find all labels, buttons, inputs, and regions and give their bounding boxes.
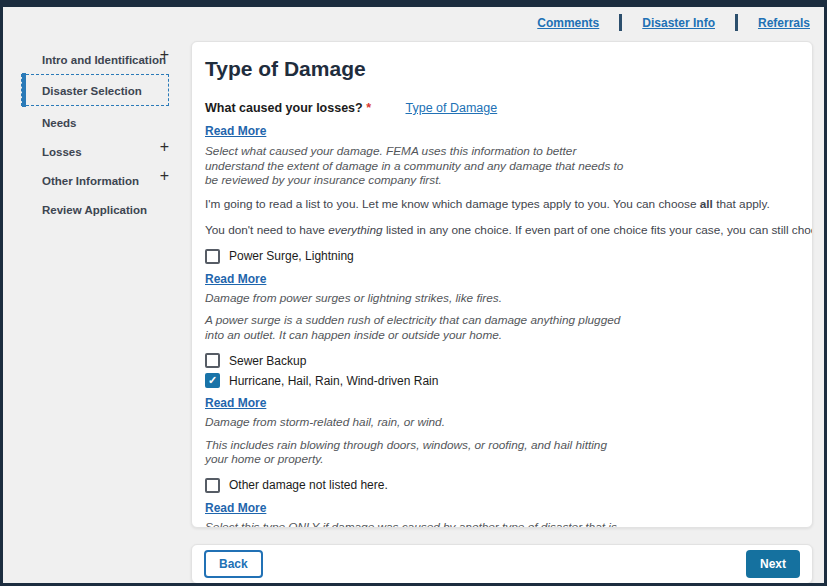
- instruction-text-1: I'm going to read a list to you. Let me …: [205, 197, 799, 211]
- sidebar-item-label: Needs: [42, 117, 77, 129]
- sidebar-item-label: Losses: [42, 146, 82, 158]
- option-description: Select this type ONLY if damage was caus…: [205, 520, 799, 529]
- separator: [735, 14, 738, 31]
- separator: [619, 14, 622, 31]
- option-description: A power surge is a sudden rush of electr…: [205, 313, 799, 342]
- checkbox-power-surge[interactable]: ✓: [205, 249, 220, 264]
- plus-icon[interactable]: +: [160, 168, 169, 184]
- option-label: Hurricane, Hail, Rain, Wind-driven Rain: [229, 374, 438, 388]
- damage-option-power-surge: ✓ Power Surge, Lightning Read More Damag…: [205, 249, 799, 343]
- sidebar: Intro and Identification + Disaster Sele…: [19, 45, 171, 224]
- referrals-link[interactable]: Referrals: [758, 16, 810, 30]
- damage-option-other: ✓ Other damage not listed here. Read Mor…: [205, 478, 799, 529]
- option-description: Damage from power surges or lightning st…: [205, 291, 799, 306]
- question-label: What caused your losses? *: [205, 101, 371, 115]
- next-button[interactable]: Next: [746, 550, 800, 578]
- plus-icon[interactable]: +: [160, 139, 169, 155]
- checkbox-hurricane[interactable]: ✓: [205, 373, 220, 388]
- sidebar-item-label: Intro and Identification: [42, 54, 166, 66]
- read-more-link[interactable]: Read More: [205, 124, 266, 138]
- sidebar-item-intro-and-identification[interactable]: Intro and Identification +: [19, 45, 171, 73]
- checkbox-row-sewer-backup[interactable]: ✓ Sewer Backup: [205, 353, 799, 368]
- read-more-link[interactable]: Read More: [205, 501, 266, 515]
- sidebar-item-label: Review Application: [42, 204, 147, 216]
- app-window: Comments Disaster Info Referrals Intro a…: [0, 0, 827, 586]
- sidebar-item-label: Disaster Selection: [42, 85, 142, 97]
- main-content-card: Type of Damage What caused your losses? …: [191, 41, 813, 528]
- sidebar-item-needs[interactable]: Needs: [19, 108, 171, 136]
- disaster-info-link[interactable]: Disaster Info: [642, 16, 715, 30]
- checkbox-other[interactable]: ✓: [205, 478, 220, 493]
- sidebar-item-review-application[interactable]: Review Application: [19, 195, 171, 223]
- damage-option-hurricane: ✓ Hurricane, Hail, Rain, Wind-driven Rai…: [205, 373, 799, 467]
- option-description: Damage from storm-related hail, rain, or…: [205, 415, 799, 430]
- sidebar-item-disaster-selection[interactable]: Disaster Selection: [21, 74, 169, 106]
- window-top-border: [3, 3, 824, 7]
- required-asterisk: *: [366, 101, 371, 115]
- option-label: Other damage not listed here.: [229, 478, 388, 492]
- checkbox-row-other[interactable]: ✓ Other damage not listed here.: [205, 478, 799, 493]
- checkbox-sewer-backup[interactable]: ✓: [205, 353, 220, 368]
- type-of-damage-link[interactable]: Type of Damage: [406, 101, 498, 115]
- option-description: This includes rain blowing through doors…: [205, 438, 799, 467]
- read-more-link[interactable]: Read More: [205, 272, 266, 286]
- question-row: What caused your losses? * Type of Damag…: [205, 98, 799, 116]
- checkbox-row-power-surge[interactable]: ✓ Power Surge, Lightning: [205, 249, 799, 264]
- header-nav: Comments Disaster Info Referrals: [537, 14, 810, 31]
- comments-link[interactable]: Comments: [537, 16, 599, 30]
- checkbox-row-hurricane[interactable]: ✓ Hurricane, Hail, Rain, Wind-driven Rai…: [205, 373, 799, 388]
- damage-option-sewer-backup: ✓ Sewer Backup: [205, 353, 799, 368]
- option-label: Power Surge, Lightning: [229, 249, 354, 263]
- active-indicator: [22, 73, 26, 107]
- sidebar-item-label: Other Information: [42, 175, 139, 187]
- check-icon: ✓: [208, 375, 217, 386]
- back-button[interactable]: Back: [204, 550, 263, 578]
- option-label: Sewer Backup: [229, 354, 306, 368]
- instruction-text-2: You don't need to have everything listed…: [205, 223, 799, 237]
- read-more-link[interactable]: Read More: [205, 396, 266, 410]
- page-title: Type of Damage: [205, 57, 799, 81]
- plus-icon[interactable]: +: [160, 47, 169, 63]
- footer-bar: Back Next: [191, 544, 813, 584]
- sidebar-item-losses[interactable]: Losses +: [19, 137, 171, 165]
- question-description: Select what caused your damage. FEMA use…: [205, 144, 799, 188]
- sidebar-item-other-information[interactable]: Other Information +: [19, 166, 171, 194]
